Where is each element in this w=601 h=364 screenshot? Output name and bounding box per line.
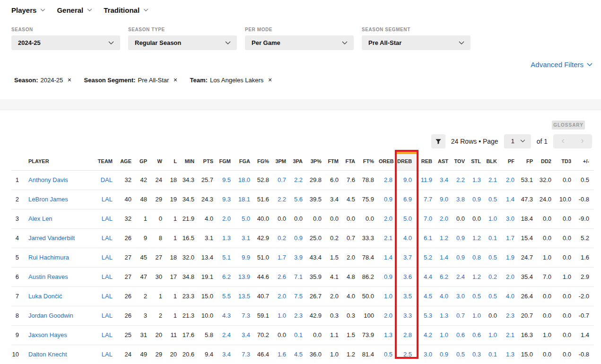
stat-video-link-tpa[interactable]: 4.5	[291, 345, 307, 364]
team-link[interactable]: LAL	[102, 196, 113, 203]
stat-video-link-ast[interactable]: 1.0	[437, 325, 453, 345]
stat-video-link-tpa[interactable]: 0.1	[291, 325, 307, 345]
previous-page-button[interactable]: ‹	[553, 134, 573, 148]
player-link[interactable]: Jordan Goodwin	[28, 312, 73, 319]
stat-video-link-stl[interactable]: 0.5	[470, 286, 486, 306]
stat-video-link-fga[interactable]: 7.3	[235, 306, 255, 325]
stat-video-link-ast[interactable]: 9.0	[437, 190, 453, 209]
stat-video-link-blk[interactable]: 0.5	[486, 286, 502, 306]
column-header-l[interactable]: L	[167, 153, 182, 170]
column-header-oreb[interactable]: OREB	[379, 153, 397, 170]
remove-season-segment-filter-icon[interactable]: ✕	[173, 77, 177, 83]
stat-video-link-ast[interactable]: 6.2	[437, 267, 453, 286]
stat-video-link-fgm[interactable]: 9.3	[218, 190, 235, 209]
stat-video-link-tov[interactable]: 3.0	[453, 286, 470, 306]
stat-video-link-fga[interactable]: 3.4	[235, 325, 255, 345]
column-header-tov[interactable]: TOV	[453, 153, 470, 170]
column-header-ast[interactable]: AST	[437, 153, 453, 170]
stat-video-link-blk[interactable]: 0.1	[486, 228, 502, 248]
stat-video-link-oreb[interactable]: 2.0	[379, 306, 397, 325]
team-link[interactable]: LAL	[102, 215, 113, 222]
column-header-fg_pct[interactable]: FG%	[255, 153, 274, 170]
column-header-pf[interactable]: PF	[502, 153, 519, 170]
stat-video-link-dreb[interactable]: 3.3	[397, 306, 417, 325]
column-header-gp[interactable]: GP	[136, 153, 152, 170]
stat-video-link-ast[interactable]: 1.3	[437, 306, 453, 325]
stat-video-link-tpm[interactable]: 0.7	[274, 170, 291, 190]
stat-video-link-blk[interactable]: 0.5	[486, 190, 502, 209]
column-header-team[interactable]: TEAM	[96, 153, 117, 170]
stat-video-link-stl[interactable]: 0.9	[470, 190, 486, 209]
stat-video-link-tpm[interactable]: 2.2	[274, 190, 291, 209]
stat-video-link-fga[interactable]: 13.5	[235, 286, 255, 306]
stat-video-link-reb[interactable]: 7.7	[417, 190, 437, 209]
column-header-pm[interactable]: +/-	[576, 153, 594, 170]
player-link[interactable]: Alex Len	[28, 215, 52, 222]
stat-video-link-reb[interactable]: 5.3	[417, 306, 437, 325]
stat-video-link-dreb[interactable]: 2.8	[397, 325, 417, 345]
stat-video-link-oreb[interactable]: 1.3	[379, 325, 397, 345]
stat-video-link-tov[interactable]: 0.6	[453, 325, 470, 345]
team-link[interactable]: DAL	[101, 176, 113, 183]
player-link[interactable]: Rui Hachimura	[28, 254, 69, 261]
stat-video-link-stl[interactable]: 1.2	[470, 228, 486, 248]
column-header-w[interactable]: W	[152, 153, 167, 170]
player-link[interactable]: LeBron James	[28, 196, 68, 203]
stat-video-link-pf[interactable]: 1.4	[502, 190, 519, 209]
stat-video-link-reb[interactable]: 7.0	[417, 209, 437, 228]
stat-video-link-dreb[interactable]: 9.0	[397, 170, 417, 190]
stat-video-link-tpa[interactable]: 3.9	[291, 248, 307, 267]
stat-video-link-fga[interactable]: 7.3	[235, 345, 255, 364]
stat-video-link-tov[interactable]: 2.4	[453, 267, 470, 286]
stat-video-link-pf[interactable]: 2.1	[502, 325, 519, 345]
stat-video-link-oreb[interactable]: 1.0	[379, 286, 397, 306]
stat-video-link-dreb[interactable]: 4.0	[397, 228, 417, 248]
stat-video-link-tpa[interactable]: 7.5	[291, 286, 307, 306]
stat-video-link-tov[interactable]: 2.2	[453, 170, 470, 190]
stat-video-link-oreb[interactable]: 0.9	[379, 267, 397, 286]
stat-video-link-tpm[interactable]: 2.0	[274, 286, 291, 306]
stat-video-link-blk[interactable]: 0.5	[486, 248, 502, 267]
per-mode-select[interactable]: Per Game	[245, 35, 354, 50]
stat-video-link-tov[interactable]: 0.5	[453, 345, 470, 364]
stat-video-link-reb[interactable]: 11.9	[417, 170, 437, 190]
column-header-tpa[interactable]: 3PA	[291, 153, 307, 170]
advanced-filters-toggle[interactable]: Advanced Filters	[531, 61, 592, 69]
stat-video-link-fgm[interactable]: 3.4	[218, 345, 235, 364]
stat-video-link-oreb[interactable]: 1.4	[379, 248, 397, 267]
nav-dropdown-traditional[interactable]: Traditional	[104, 6, 148, 14]
team-link[interactable]: LAL	[102, 293, 113, 300]
stat-video-link-blk[interactable]: 2.1	[486, 170, 502, 190]
stat-video-link-reb[interactable]: 4.2	[417, 325, 437, 345]
stat-video-link-reb[interactable]: 5.2	[417, 248, 437, 267]
remove-season-filter-icon[interactable]: ✕	[67, 77, 71, 83]
stat-video-link-oreb[interactable]: 2.0	[379, 209, 397, 228]
stat-video-link-fga[interactable]: 13.9	[235, 267, 255, 286]
stat-video-link-reb[interactable]: 4.5	[417, 286, 437, 306]
stat-video-link-blk[interactable]: 1.0	[486, 325, 502, 345]
remove-team-filter-icon[interactable]: ✕	[268, 77, 272, 83]
season-type-select[interactable]: Regular Season	[128, 35, 237, 50]
stat-video-link-ast[interactable]: 1.2	[437, 228, 453, 248]
stat-video-link-fgm[interactable]: 5.5	[218, 286, 235, 306]
stat-video-link-dreb[interactable]: 5.0	[397, 209, 417, 228]
stat-video-link-stl[interactable]: 0.8	[470, 248, 486, 267]
column-header-player[interactable]: PLAYER	[24, 153, 96, 170]
stat-video-link-fga[interactable]: 18.1	[235, 190, 255, 209]
stat-video-link-ast[interactable]: 0.9	[437, 345, 453, 364]
stat-video-link-fga[interactable]: 9.9	[235, 248, 255, 267]
nav-dropdown-players[interactable]: Players	[11, 6, 45, 14]
next-page-button[interactable]: ›	[573, 134, 592, 148]
season-segment-select[interactable]: Pre All-Star	[362, 35, 470, 50]
stat-video-link-dreb[interactable]: 6.9	[397, 190, 417, 209]
column-header-tpm[interactable]: 3PM	[274, 153, 291, 170]
stat-video-link-dreb[interactable]: 2.5	[397, 345, 417, 364]
stat-video-link-pf[interactable]: 1.3	[502, 345, 519, 364]
player-link[interactable]: Austin Reaves	[28, 273, 68, 280]
stat-video-link-ast[interactable]: 4.0	[437, 286, 453, 306]
stat-video-link-tov[interactable]: 0.9	[453, 248, 470, 267]
stat-video-link-ast[interactable]: 1.4	[437, 248, 453, 267]
stat-video-link-reb[interactable]: 3.0	[417, 345, 437, 364]
team-link[interactable]: LAL	[102, 254, 113, 261]
stat-video-link-blk[interactable]: 0.2	[486, 267, 502, 286]
